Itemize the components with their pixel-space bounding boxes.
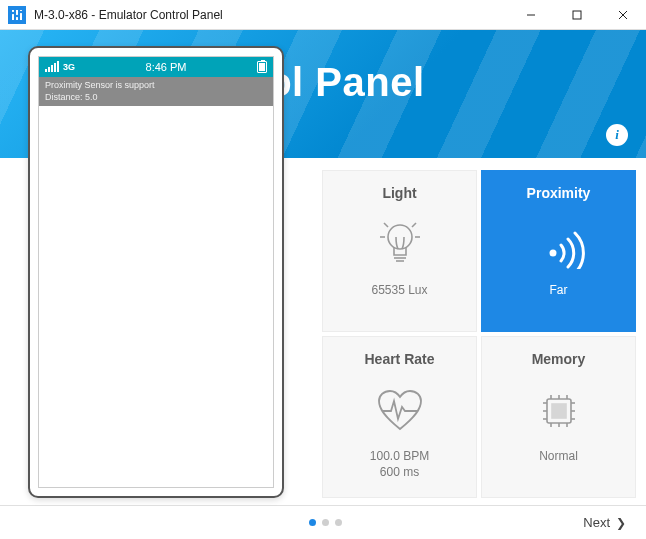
network-label: 3G (63, 62, 75, 72)
statusbar-right (257, 61, 267, 73)
svg-point-5 (20, 10, 22, 12)
card-title: Light (382, 185, 416, 201)
device-preview: 3G 8:46 PM Proximity Sensor is support D… (28, 46, 284, 498)
card-value-secondary: 600 ms (380, 465, 419, 479)
info-button[interactable]: i (606, 124, 628, 146)
chevron-right-icon: ❯ (616, 516, 626, 530)
card-value: Normal (539, 449, 578, 463)
svg-point-10 (388, 225, 412, 249)
card-title: Memory (532, 351, 586, 367)
footer: Next ❯ (0, 505, 646, 539)
device-statusbar: 3G 8:46 PM (39, 57, 273, 77)
svg-rect-7 (573, 11, 581, 19)
device-app-body: Proximity Sensor is support Distance: 5.… (39, 77, 273, 106)
titlebar: M-3.0-x86 - Emulator Control Panel (0, 0, 646, 30)
card-value: 100.0 BPM (370, 449, 429, 463)
next-label: Next (583, 515, 610, 530)
app-icon (8, 6, 26, 24)
heartrate-icon (370, 381, 430, 441)
signal-icon (45, 62, 59, 72)
device-app-empty (39, 106, 273, 487)
page-dots (74, 519, 577, 526)
sensor-status-line: Proximity Sensor is support (45, 79, 267, 91)
close-button[interactable] (600, 0, 646, 30)
lightbulb-icon (370, 215, 430, 275)
svg-point-3 (12, 11, 14, 13)
maximize-button[interactable] (554, 0, 600, 30)
page-dot-1[interactable] (309, 519, 316, 526)
statusbar-left: 3G (45, 62, 75, 72)
device-screen: 3G 8:46 PM Proximity Sensor is support D… (38, 56, 274, 488)
svg-line-13 (384, 223, 388, 227)
sensor-card-proximity[interactable]: Proximity Far (481, 170, 636, 332)
page-dot-2[interactable] (322, 519, 329, 526)
statusbar-time: 8:46 PM (75, 61, 257, 73)
sensor-distance-line: Distance: 5.0 (45, 91, 267, 103)
svg-line-14 (412, 223, 416, 227)
sensor-card-memory[interactable]: Memory Normal (481, 336, 636, 498)
content-area: 3G 8:46 PM Proximity Sensor is support D… (0, 158, 646, 505)
window-controls (508, 0, 646, 30)
svg-rect-0 (12, 10, 14, 20)
sensor-card-heartrate[interactable]: Heart Rate 100.0 BPM 600 ms (322, 336, 477, 498)
card-value: 65535 Lux (371, 283, 427, 297)
sensor-card-light[interactable]: Light 65535 Lux (322, 170, 477, 332)
svg-point-17 (549, 250, 556, 257)
window-title: M-3.0-x86 - Emulator Control Panel (34, 8, 508, 22)
minimize-button[interactable] (508, 0, 554, 30)
proximity-icon (529, 215, 589, 275)
memory-chip-icon (529, 381, 589, 441)
page-dot-3[interactable] (335, 519, 342, 526)
battery-icon (257, 61, 267, 73)
next-button[interactable]: Next ❯ (577, 511, 632, 534)
card-value: Far (550, 283, 568, 297)
card-title: Proximity (527, 185, 591, 201)
svg-rect-19 (552, 404, 566, 418)
card-title: Heart Rate (364, 351, 434, 367)
svg-point-4 (16, 14, 18, 16)
sensor-grid: Light 65535 Lux Proximity (322, 170, 636, 498)
